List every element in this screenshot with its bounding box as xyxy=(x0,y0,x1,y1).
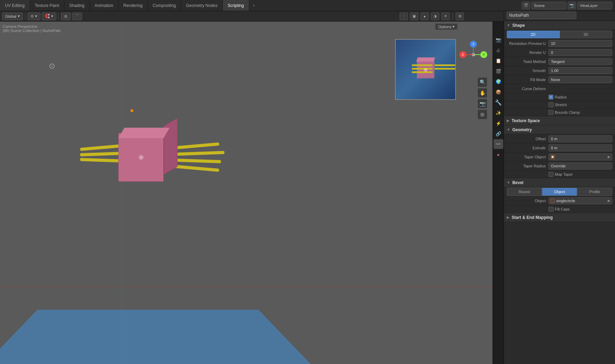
twist-method-value[interactable]: Tangent xyxy=(549,58,612,65)
prop-icon-view-layer[interactable]: 📋 xyxy=(494,56,503,65)
start-end-mapping-section-arrow: ▶ xyxy=(507,215,510,219)
viewport-options-icon[interactable]: ⋮ xyxy=(400,13,408,20)
properties-panel: 🔍 ⊟ NurbsPath ▼ Shape 2D 3D Resolutio xyxy=(504,0,615,364)
proportional-edit-btn[interactable]: ◎ xyxy=(61,13,71,20)
render-icon-btn[interactable]: 📷 xyxy=(568,2,576,9)
bevel-object-field[interactable]: ⬛ singlecircle ▶ xyxy=(549,197,612,204)
scene-icon-btn[interactable]: 🎬 xyxy=(522,2,530,9)
shape-section-title: Shape xyxy=(512,23,525,28)
tab-compositing[interactable]: Compositing xyxy=(148,0,181,11)
dimension-3d-btn[interactable]: 3D xyxy=(560,31,613,38)
chevron-down-icon-2: ▾ xyxy=(35,14,37,18)
object-name-field[interactable]: NurbsPath xyxy=(507,11,576,19)
twist-method-label: Twist Method xyxy=(507,60,549,64)
fill-mode-value[interactable]: None xyxy=(549,76,612,83)
dimension-2d-btn[interactable]: 2D xyxy=(507,31,560,38)
tab-rendering[interactable]: Rendering xyxy=(118,0,148,11)
bounds-clamp-checkbox[interactable] xyxy=(549,110,553,115)
camera-btn[interactable]: 📷 xyxy=(478,99,487,109)
tab-uv-editing[interactable]: UV Editing xyxy=(0,0,30,11)
prop-icon-data[interactable]: 〰 xyxy=(494,139,503,149)
viewport-toggle-btn[interactable]: ⊞ xyxy=(456,13,464,20)
shape-section-header[interactable]: ▼ Shape xyxy=(504,21,615,30)
navigation-gizmo[interactable]: Z Y X xyxy=(459,41,487,69)
pan-btn[interactable]: ✋ xyxy=(478,88,487,98)
extrude-value[interactable]: 0 m xyxy=(549,144,612,151)
tab-scripting[interactable]: Scripting xyxy=(223,0,249,11)
taper-radius-value[interactable]: Override xyxy=(549,163,612,169)
prop-icon-output[interactable]: 🖨 xyxy=(494,45,503,55)
bevel-object-field-label: Object xyxy=(507,199,549,203)
stretch-checkbox[interactable] xyxy=(549,102,553,107)
bevel-section-header[interactable]: ▼ Bevel xyxy=(504,178,615,187)
shape-section-arrow: ▼ xyxy=(507,23,510,27)
scene-name-field[interactable]: Scene xyxy=(531,2,566,9)
prop-icon-physics[interactable]: ⚡ xyxy=(494,118,503,128)
viewport-options-btn[interactable]: Options ▾ xyxy=(435,23,458,30)
resolution-preview-u-label: Resolution Preview U xyxy=(507,41,549,46)
viewport-shading-wire[interactable]: ▣ xyxy=(410,13,418,20)
viewport-shading-material[interactable]: ◑ xyxy=(431,13,439,20)
bevel-mode-toggle-group: Round Object Profile xyxy=(507,188,612,196)
render-u-label: Render U xyxy=(507,50,549,55)
prop-icon-scene[interactable]: 🎬 xyxy=(494,66,503,76)
resolution-preview-u-value[interactable]: 10 xyxy=(549,40,612,47)
zoom-btn[interactable]: 🔍 xyxy=(478,77,487,87)
geometry-section-header[interactable]: ▼ Geometry xyxy=(504,125,615,134)
proportional-icon: ◎ xyxy=(64,14,68,18)
bounds-clamp-label: Bounds Clamp xyxy=(555,110,580,114)
taper-object-value[interactable]: ▣ ▶ xyxy=(549,153,612,160)
prop-icon-particles[interactable]: ✨ xyxy=(494,108,503,118)
map-taper-checkbox[interactable] xyxy=(549,172,553,177)
prop-icon-modifier[interactable]: 🔧 xyxy=(494,97,503,107)
magnet-icon: 🧲 xyxy=(45,14,50,18)
prop-icon-world[interactable]: 🌍 xyxy=(494,77,503,86)
scene-icon: 🎬 xyxy=(523,3,528,8)
grid-btn[interactable]: ⊞ xyxy=(478,110,487,119)
radius-checkbox-row: Radius xyxy=(504,93,615,101)
viewport-shading-render[interactable]: ☀ xyxy=(441,13,450,20)
add-workspace-button[interactable]: + xyxy=(249,0,259,11)
stretch-label: Stretch xyxy=(555,103,567,107)
fill-caps-checkbox-row: Fill Caps xyxy=(504,205,615,213)
tab-animation[interactable]: Animation xyxy=(90,0,118,11)
prop-icon-render[interactable]: 📷 xyxy=(494,35,503,45)
render-u-value[interactable]: 0 xyxy=(549,49,612,56)
map-taper-checkbox-row: Map Taper xyxy=(504,171,615,178)
proportional-falloff-btn[interactable]: ⌒ xyxy=(72,13,82,20)
smooth-value[interactable]: 1.00 xyxy=(549,67,612,74)
offset-label: Offset xyxy=(507,137,549,141)
tab-geometry-nodes[interactable]: Geometry Nodes xyxy=(181,0,223,11)
bevel-object-btn[interactable]: Object xyxy=(542,188,577,196)
viewlayer-name-field[interactable]: ViewLayer xyxy=(577,2,612,9)
stretch-checkbox-item: Stretch xyxy=(549,102,567,107)
viewport-3d[interactable]: Camera Perspective (65) Scene Collection… xyxy=(0,22,492,364)
fill-mode-label: Fill Mode xyxy=(507,78,549,82)
curve-deform-row: Curve Deform xyxy=(504,84,615,93)
bounds-clamp-checkbox-item: Bounds Clamp xyxy=(549,110,580,115)
prop-icon-material[interactable]: ● xyxy=(494,150,503,159)
viewport-shading-solid[interactable]: ● xyxy=(420,13,429,20)
prop-icon-object[interactable]: 📦 xyxy=(494,87,503,97)
fill-caps-checkbox[interactable] xyxy=(549,207,553,212)
falloff-icon: ⌒ xyxy=(75,14,79,19)
start-end-mapping-section-header[interactable]: ▶ Start & End Mapping xyxy=(504,213,615,222)
bevel-section-title: Bevel xyxy=(512,180,523,185)
prop-icon-constraints[interactable]: 🔗 xyxy=(494,129,503,139)
object-name-bar: NurbsPath xyxy=(504,10,615,21)
bevel-round-btn[interactable]: Round xyxy=(507,188,542,196)
pivot-point-btn[interactable]: ⊙ ▾ xyxy=(27,13,40,20)
twist-method-row: Twist Method Tangent xyxy=(504,57,615,66)
bevel-profile-btn[interactable]: Profile xyxy=(577,188,612,196)
radius-checkbox[interactable] xyxy=(549,95,553,100)
snap-btn[interactable]: 🧲 ▾ xyxy=(42,13,56,20)
offset-value[interactable]: 0 m xyxy=(549,135,612,142)
tab-texture-paint[interactable]: Texture Paint xyxy=(30,0,64,11)
fill-caps-checkbox-item: Fill Caps xyxy=(549,207,570,212)
transform-orientation-dropdown[interactable]: Global ▾ xyxy=(2,13,23,20)
shape-section-content: 2D 3D Resolution Preview U 10 Render U 0… xyxy=(504,30,615,116)
tab-shading[interactable]: Shading xyxy=(64,0,90,11)
bounds-clamp-checkbox-row: Bounds Clamp xyxy=(504,109,615,116)
texture-space-section-header[interactable]: ▶ Texture Space xyxy=(504,116,615,125)
taper-object-label: Taper Object xyxy=(507,155,549,159)
